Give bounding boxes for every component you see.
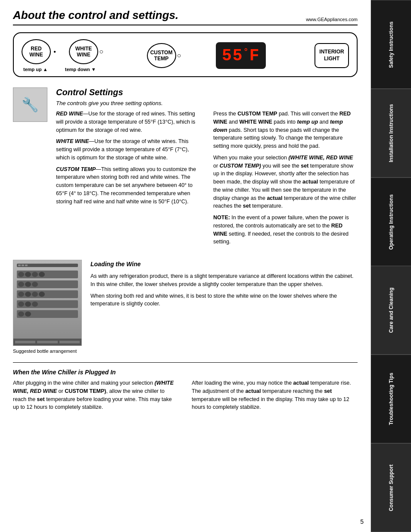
sidebar-tab-operating[interactable]: Operating Instructions bbox=[371, 177, 411, 266]
loading-text-content: Loading the Wine As with any refrigerati… bbox=[90, 260, 358, 354]
control-settings-content: Control Settings The controls give you t… bbox=[56, 87, 358, 249]
plugged-col1: After plugging in the wine chiller and m… bbox=[13, 379, 179, 411]
loading-title: Loading the Wine bbox=[90, 260, 358, 269]
temp-down-label: temp down ▼ bbox=[65, 67, 96, 72]
settings-icon: 🔧 bbox=[13, 87, 47, 122]
control-panel-diagram: REDWINE ● WHITEWINE ○ temp up ▲ temp dow… bbox=[13, 32, 358, 77]
sidebar-tab-troubleshooting[interactable]: Troubleshooting Tips bbox=[371, 355, 411, 443]
white-wine-button[interactable]: WHITEWINE ○ bbox=[69, 39, 98, 64]
loading-para1: As with any refrigeration product, there… bbox=[90, 272, 358, 289]
temp-up-label: temp up ▲ bbox=[23, 67, 48, 72]
custom-temp-heading: CUSTOM TEMP bbox=[56, 166, 96, 172]
loading-para2: When storing both red and white wines, i… bbox=[90, 292, 358, 308]
page-header: About the control and settings. www.GEAp… bbox=[13, 9, 358, 25]
page-title: About the control and settings. bbox=[13, 9, 178, 22]
col2-para2: When you make your selection (WHITE WINE… bbox=[213, 154, 358, 210]
page-number: 5 bbox=[360, 518, 364, 525]
sidebar-tab-care[interactable]: Care and Cleaning bbox=[371, 266, 411, 355]
display-value: 55°F bbox=[222, 47, 260, 65]
plugged-col2-text: After loading the wine, you may notice t… bbox=[192, 379, 358, 411]
plugged-col2: After loading the wine, you may notice t… bbox=[192, 379, 358, 411]
col2-note: NOTE: In the event of a power failure, w… bbox=[213, 214, 358, 246]
sidebar-tab-consumer[interactable]: Consumer Support bbox=[371, 443, 411, 532]
plugged-title: When the Wine Chiller is Plugged In bbox=[13, 369, 358, 376]
right-sidebar: Safety Instructions Installation Instruc… bbox=[371, 0, 411, 532]
control-settings-section: 🔧 Control Settings The controls give you… bbox=[13, 87, 358, 249]
red-wine-button[interactable]: REDWINE ● bbox=[22, 39, 51, 64]
sidebar-tab-safety[interactable]: Safety Instructions bbox=[371, 0, 411, 89]
control-settings-col2: Press the CUSTOM TEMP pad. This will con… bbox=[213, 110, 358, 249]
sidebar-tab-installation[interactable]: Installation Instructions bbox=[371, 89, 411, 177]
plugged-section: When the Wine Chiller is Plugged In Afte… bbox=[13, 362, 358, 411]
custom-temp-button[interactable]: CUSTOMTEMP ○ bbox=[147, 43, 176, 68]
wine-chiller-image bbox=[13, 260, 82, 346]
white-wine-heading: WHITE WINE bbox=[56, 138, 89, 144]
control-settings-subtitle: The controls give you three setting opti… bbox=[56, 100, 358, 106]
image-caption: Suggested bottle arrangement bbox=[13, 348, 77, 354]
red-wine-heading: RED WINE bbox=[56, 111, 83, 117]
plugged-col1-text: After plugging in the wine chiller and m… bbox=[13, 379, 179, 411]
temperature-display: 55°F bbox=[216, 42, 266, 69]
col2-para1: Press the CUSTOM TEMP pad. This will con… bbox=[213, 110, 358, 150]
loading-section: Suggested bottle arrangement Loading the… bbox=[13, 260, 358, 354]
control-settings-col1: RED WINE—Use for the storage of red wine… bbox=[56, 110, 200, 249]
interior-light-button[interactable]: INTERIORLIGHT bbox=[314, 43, 349, 68]
website-url: www.GEAppliances.com bbox=[306, 17, 358, 22]
control-settings-title: Control Settings bbox=[56, 87, 358, 97]
